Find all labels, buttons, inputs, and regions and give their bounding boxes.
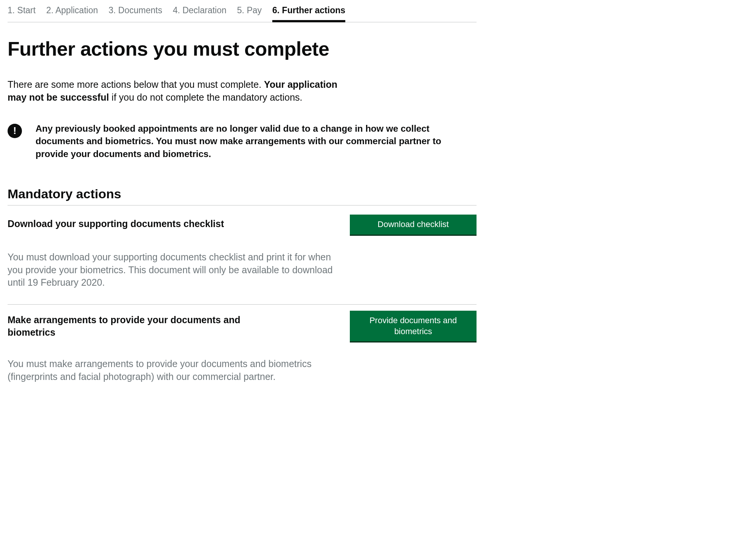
tab-further-actions[interactable]: 6. Further actions xyxy=(272,5,345,22)
tab-declaration[interactable]: 4. Declaration xyxy=(173,5,227,22)
tab-documents[interactable]: 3. Documents xyxy=(109,5,162,22)
tab-start[interactable]: 1. Start xyxy=(8,5,36,22)
provide-documents-biometrics-button[interactable]: Provide documents and biometrics xyxy=(350,311,477,342)
warning-panel: ! Any previously booked appointments are… xyxy=(8,122,461,160)
page-title: Further actions you must complete xyxy=(8,37,477,60)
intro-leading: There are some more actions below that y… xyxy=(8,79,264,90)
intro-text: There are some more actions below that y… xyxy=(8,78,340,104)
download-checklist-button[interactable]: Download checklist xyxy=(350,215,477,236)
action-body: You must download your supporting docume… xyxy=(8,251,337,289)
progress-tabs: 1. Start 2. Application 3. Documents 4. … xyxy=(8,0,477,22)
tab-application[interactable]: 2. Application xyxy=(46,5,98,22)
action-body: You must make arrangements to provide yo… xyxy=(8,358,337,383)
action-title: Download your supporting documents check… xyxy=(8,215,224,230)
mandatory-heading: Mandatory actions xyxy=(8,187,477,205)
warning-text: Any previously booked appointments are n… xyxy=(36,122,461,160)
warning-icon: ! xyxy=(8,124,22,138)
action-download-checklist: Download your supporting documents check… xyxy=(8,209,477,305)
intro-trailing: if you do not complete the mandatory act… xyxy=(109,92,302,103)
action-title: Make arrangements to provide your docume… xyxy=(8,311,287,338)
action-provide-biometrics: Make arrangements to provide your docume… xyxy=(8,305,477,398)
tab-pay[interactable]: 5. Pay xyxy=(237,5,262,22)
